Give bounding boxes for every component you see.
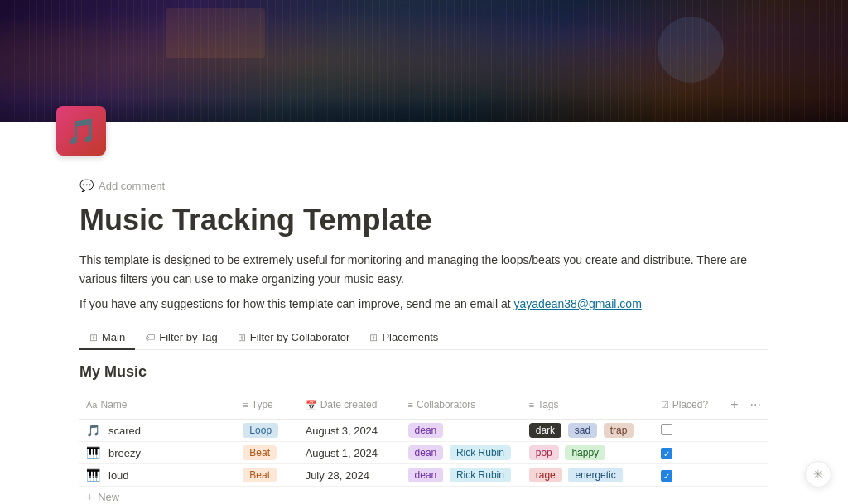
table-row: 🎹 breezy Beat August 1, 2024 dean Rick R…	[80, 442, 768, 464]
row-actions-breezy	[719, 442, 768, 464]
table-row: 🎵 scared Loop August 3, 2024 dean dark s…	[80, 420, 768, 442]
comment-icon: 💬	[80, 179, 94, 192]
tag-trap[interactable]: trap	[604, 423, 634, 438]
row-collaborators-breezy: dean Rick Rubin	[402, 442, 523, 464]
nav-help-button[interactable]: ✳	[805, 461, 831, 487]
row-icon-loud: 🎹	[86, 468, 100, 482]
description-1: This template is designed to be extremel…	[80, 251, 768, 288]
more-options-button[interactable]: ···	[750, 397, 761, 412]
tag-energetic[interactable]: energetic	[568, 468, 622, 482]
tab-filter-tag[interactable]: 🏷 Filter by Tag	[135, 326, 228, 350]
page-title: Music Tracking Template	[80, 202, 768, 238]
row-tags-breezy: pop happy	[523, 442, 654, 464]
date-col-icon: 📅	[306, 400, 317, 410]
tag-pop[interactable]: pop	[529, 445, 559, 460]
tab-filter-tag-label: Filter by Tag	[159, 331, 218, 343]
type-badge-beat: Beat	[243, 445, 277, 460]
tab-collab-icon: ⊞	[238, 332, 246, 343]
table-row: 🎹 loud Beat July 28, 2024 dean Rick Rubi…	[80, 464, 768, 487]
collaborator-dean[interactable]: dean	[408, 423, 444, 438]
music-table: Aa Name ≡ Type 📅 Date created	[80, 391, 768, 487]
row-date-scared: August 3, 2024	[299, 420, 402, 442]
tab-placements-icon: ⊞	[369, 332, 378, 343]
email-link[interactable]: yayadean38@gmail.com	[514, 297, 642, 310]
nav-help-icon: ✳	[813, 468, 823, 481]
tag-rage[interactable]: rage	[529, 468, 562, 482]
add-icon: +	[86, 490, 93, 503]
database-tabs: ⊞ Main 🏷 Filter by Tag ⊞ Filter by Colla…	[80, 326, 768, 350]
add-new-row-button[interactable]: + New	[80, 487, 768, 504]
collaborator-rick-rubin[interactable]: Rick Rubin	[450, 468, 511, 482]
add-new-label: New	[98, 491, 119, 503]
row-actions-scared	[719, 420, 768, 442]
tab-filter-collaborator-label: Filter by Collaborator	[250, 331, 350, 343]
col-header-actions: + ···	[719, 391, 768, 420]
hero-banner	[0, 0, 848, 122]
col-header-name[interactable]: Aa Name	[80, 391, 236, 420]
add-property-button[interactable]: +	[725, 396, 743, 414]
tag-happy[interactable]: happy	[565, 445, 605, 460]
row-icon-scared: 🎵	[86, 424, 100, 437]
row-icon-breezy: 🎹	[86, 446, 100, 459]
col-header-type[interactable]: ≡ Type	[236, 391, 298, 420]
tab-placements-label: Placements	[382, 331, 438, 343]
add-comment-label: Add comment	[99, 180, 165, 192]
add-comment-button[interactable]: 💬 Add comment	[80, 179, 768, 192]
row-tags-loud: rage energetic	[523, 464, 654, 487]
row-tags-scared: dark sad trap	[523, 420, 654, 442]
tags-col-icon: ≡	[529, 400, 534, 410]
tab-filter-collaborator[interactable]: ⊞ Filter by Collaborator	[228, 326, 360, 350]
placed-checkbox-breezy[interactable]: ✓	[661, 448, 672, 459]
section-title: My Music	[80, 363, 768, 381]
row-placed-scared[interactable]	[654, 420, 720, 442]
collaborator-dean[interactable]: dean	[408, 468, 444, 482]
tab-tag-icon: 🏷	[145, 332, 155, 343]
placed-checkbox-scared[interactable]	[661, 424, 672, 435]
row-placed-breezy[interactable]: ✓	[654, 442, 720, 464]
collaborator-dean[interactable]: dean	[408, 445, 444, 460]
tab-main-icon: ⊞	[89, 332, 98, 343]
row-type-loud[interactable]: Beat	[236, 464, 298, 487]
row-placed-loud[interactable]: ✓	[654, 464, 720, 487]
row-collaborators-loud: dean Rick Rubin	[402, 464, 523, 487]
type-col-icon: ≡	[243, 400, 248, 410]
page-icon: 🎵	[56, 106, 106, 156]
row-date-breezy: August 1, 2024	[299, 442, 402, 464]
placed-col-icon: ☑	[661, 400, 669, 410]
col-header-placed[interactable]: ☑ Placed?	[654, 391, 720, 420]
row-name-loud[interactable]: 🎹 loud	[80, 464, 236, 487]
row-type-breezy[interactable]: Beat	[236, 442, 298, 464]
type-badge-loop: Loop	[243, 423, 278, 438]
tab-main[interactable]: ⊞ Main	[80, 326, 135, 350]
page-content: 💬 Add comment Music Tracking Template Th…	[0, 156, 848, 504]
tag-sad[interactable]: sad	[568, 423, 597, 438]
col-header-tags[interactable]: ≡ Tags	[523, 391, 654, 420]
col-header-collaborators[interactable]: ≡ Collaborators	[402, 391, 523, 420]
tag-dark[interactable]: dark	[529, 423, 561, 438]
row-name-scared[interactable]: 🎵 scared	[80, 420, 236, 442]
row-collaborators-scared: dean	[402, 420, 523, 442]
collaborators-col-icon: ≡	[408, 400, 413, 410]
col-header-date[interactable]: 📅 Date created	[299, 391, 402, 420]
placed-checkbox-loud[interactable]: ✓	[661, 470, 672, 482]
tab-placements[interactable]: ⊞ Placements	[359, 326, 448, 350]
row-actions-loud	[719, 464, 768, 487]
type-badge-beat: Beat	[243, 468, 277, 482]
row-type-scared[interactable]: Loop	[236, 420, 298, 442]
row-date-loud: July 28, 2024	[299, 464, 402, 487]
description-2: If you have any suggestions for how this…	[80, 295, 768, 313]
collaborator-rick-rubin[interactable]: Rick Rubin	[450, 445, 511, 460]
table-header-row: Aa Name ≡ Type 📅 Date created	[80, 391, 768, 420]
name-col-icon: Aa	[86, 400, 97, 410]
tab-main-label: Main	[102, 331, 125, 343]
row-name-breezy[interactable]: 🎹 breezy	[80, 442, 236, 464]
